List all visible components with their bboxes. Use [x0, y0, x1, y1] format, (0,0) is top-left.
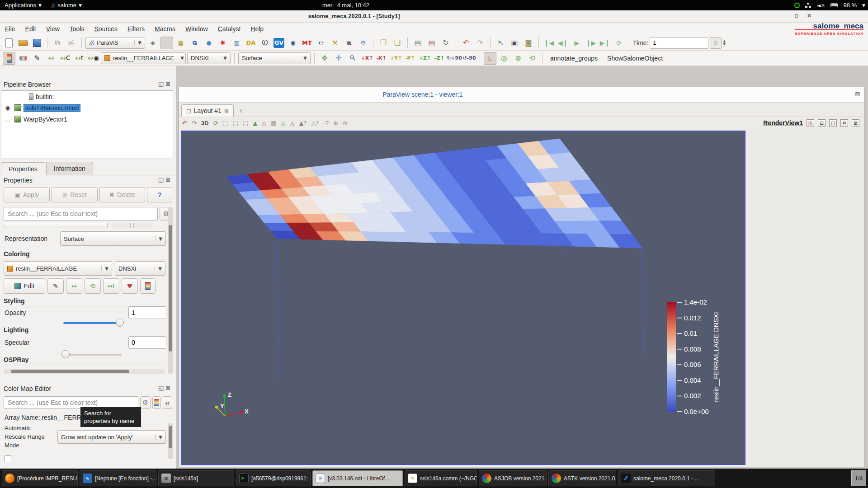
menu-window[interactable]: Window: [180, 23, 213, 34]
disconnect-server-button[interactable]: ▤: [425, 37, 438, 49]
rescale-over-time-button[interactable]: ↔t: [73, 52, 85, 65]
rescale-to-visible-button[interactable]: ↔◉: [87, 52, 99, 65]
calculator-module-button[interactable]: ▦: [175, 37, 187, 49]
toggle-3d-icon[interactable]: 3D: [201, 120, 209, 127]
tab-information[interactable]: Information: [46, 162, 93, 175]
close-panel-icon[interactable]: ⊠: [165, 385, 172, 391]
connect-server-button[interactable]: ▤: [411, 37, 424, 49]
color-array-combo[interactable]: reslin__FERRAILLAGE ▼: [101, 52, 186, 64]
select-points-surface-icon[interactable]: △: [262, 120, 266, 127]
search-options-gear-icon[interactable]: ⚙: [140, 396, 151, 409]
pick-center-of-rotation-button[interactable]: ⊕: [512, 52, 524, 65]
close-tab-icon[interactable]: ⊠: [224, 108, 229, 114]
zoom-to-data-button[interactable]: ✛: [332, 52, 345, 65]
zoom-to-box-button[interactable]: 🔍︎: [346, 52, 359, 65]
reset-button[interactable]: ⊘Reset: [52, 187, 98, 202]
taskbar-window-terminal[interactable]: >_[a56579@dsp0919961: ...: [236, 470, 311, 486]
close-panel-icon[interactable]: ⊠: [165, 80, 172, 87]
maximize-button[interactable]: ▫: [792, 12, 801, 19]
opacity-slider-handle[interactable]: [116, 319, 124, 327]
float-panel-icon[interactable]: ◱: [158, 176, 165, 183]
close-button[interactable]: ✕: [805, 12, 814, 19]
show-center-of-rotation-button[interactable]: ◎: [498, 52, 510, 65]
camera-undo-icon[interactable]: ↶: [182, 120, 187, 127]
frame-spinner[interactable]: ▲▼: [723, 40, 725, 46]
adao-module-button[interactable]: DA: [245, 37, 257, 49]
reset-center-of-rotation-button[interactable]: ⟲: [526, 52, 538, 65]
select-points-rect-icon[interactable]: ⬚: [233, 120, 238, 127]
reset-camera-button[interactable]: ✥: [318, 52, 331, 65]
loop-button[interactable]: ⟳: [613, 37, 625, 49]
clipped-checkbox[interactable]: [5, 455, 11, 462]
camera-plusminus-z-button[interactable]: +Z↑: [418, 52, 432, 65]
jobmanager-module-button[interactable]: ●: [203, 37, 215, 49]
component-combo[interactable]: DNSXI ▼: [187, 52, 231, 64]
menu-help[interactable]: Help: [245, 23, 269, 34]
render-view-colors-button[interactable]: [152, 396, 161, 409]
menu-file[interactable]: File: [0, 23, 20, 34]
asterstudy-module-button[interactable]: ⚒: [329, 37, 341, 49]
macro-annotate-groups[interactable]: annotate_groups: [546, 55, 602, 62]
paste-button[interactable]: ⎘: [65, 37, 78, 49]
export-scene-button[interactable]: ⇱: [494, 37, 507, 49]
pipeline-tree[interactable]: builtin:◉ssls146aresu.rmed◡WarpByVector1: [1, 90, 173, 159]
persalys-module-button[interactable]: GV: [274, 38, 284, 48]
coloring-component-combo[interactable]: DNSXI▼: [115, 261, 165, 276]
menu-edit[interactable]: Edit: [20, 23, 41, 34]
close-view-icon[interactable]: ⊠: [852, 119, 859, 127]
new-document-button[interactable]: [3, 37, 15, 49]
apply-button[interactable]: ▣Apply: [4, 187, 50, 202]
rotate-90-ccw-button[interactable]: ↺-90: [462, 52, 476, 65]
edit-color-map-button[interactable]: Edit: [4, 278, 45, 294]
properties-search-input[interactable]: [4, 207, 158, 221]
edit-in-separate-editor-button[interactable]: ℮: [163, 396, 172, 409]
copy-button[interactable]: ⧉: [51, 37, 64, 49]
menu-filters[interactable]: Filters: [123, 23, 150, 34]
toggle-color-legend-button[interactable]: [3, 52, 15, 65]
camera-plusminus-y-button[interactable]: +Y↑: [389, 52, 403, 65]
rescale-to-custom-range-button[interactable]: ↔C: [59, 52, 71, 65]
select-cells-polygon-icon[interactable]: ⬚: [243, 120, 248, 127]
float-panel-icon[interactable]: ◱: [158, 80, 165, 87]
frame-index-box[interactable]: 0: [710, 37, 722, 49]
play-button[interactable]: ▶: [571, 37, 583, 49]
rescale-mode-combo[interactable]: Grow and update on 'Apply'▼: [57, 430, 166, 444]
paravis-module-button[interactable]: ///: [160, 37, 173, 49]
float-panel-icon[interactable]: ◱: [158, 385, 165, 391]
clear-selection-icon[interactable]: ⊘: [343, 120, 348, 127]
show-orientation-axes-button[interactable]: ⊾: [484, 52, 496, 65]
eficas-module-button[interactable]: Ⓛ: [259, 37, 271, 49]
taskbar-window-astk[interactable]: ASJOB version 2021.0.fi...: [479, 470, 547, 486]
time-input[interactable]: [650, 37, 708, 49]
camera-minus-z-button[interactable]: -Z↑: [433, 52, 446, 65]
shaper-module-button[interactable]: ◆: [146, 37, 159, 49]
fields-module-button[interactable]: ▥: [231, 37, 243, 49]
next-frame-button[interactable]: ❙▶: [585, 37, 597, 49]
taskbar-window-salome[interactable]: ⁄⁄⁄salome_meca 2020.0.1 - ...: [618, 470, 715, 486]
mt-module-button[interactable]: MT: [301, 37, 313, 49]
choose-preset-button[interactable]: ♥: [122, 278, 138, 294]
previous-frame-button[interactable]: ◀❙: [557, 37, 569, 49]
pipeline-item-builtin-[interactable]: builtin:: [1, 91, 173, 102]
first-frame-button[interactable]: ❙◀: [542, 37, 555, 49]
settings-module-button[interactable]: ⚙: [357, 37, 369, 49]
render-viewport[interactable]: 1.4e-020.0120.010.0080.0060.0040.0020.0e…: [181, 131, 745, 465]
edit-color-map-button[interactable]: [17, 52, 29, 65]
save-as-preset-button[interactable]: [140, 278, 156, 294]
select-cells-surface-icon[interactable]: ▲: [253, 120, 257, 127]
split-vertical-icon[interactable]: ⊟: [818, 119, 826, 127]
capture-screenshot-button[interactable]: ▣: [508, 37, 521, 49]
system-menu-chevron[interactable]: ▼: [862, 3, 865, 8]
yacs-module-button[interactable]: ⧉: [189, 37, 201, 49]
redo-button[interactable]: ↷: [474, 37, 486, 49]
menu-macros[interactable]: Macros: [150, 23, 180, 34]
minimize-button[interactable]: —: [779, 12, 788, 19]
menu-tools[interactable]: Tools: [65, 23, 90, 34]
rescale-to-data-range-button[interactable]: ↔: [66, 278, 82, 294]
menu-sources[interactable]: Sources: [90, 23, 123, 34]
viewer-close-icon[interactable]: ⊠: [855, 90, 860, 98]
horizontal-scrollbar[interactable]: [4, 369, 165, 374]
homard-module-button[interactable]: ✱: [217, 37, 229, 49]
delete-button[interactable]: ✖Delete: [99, 187, 146, 202]
taskbar-window-astk[interactable]: ASTK version 2021.0.fin...: [548, 470, 616, 486]
